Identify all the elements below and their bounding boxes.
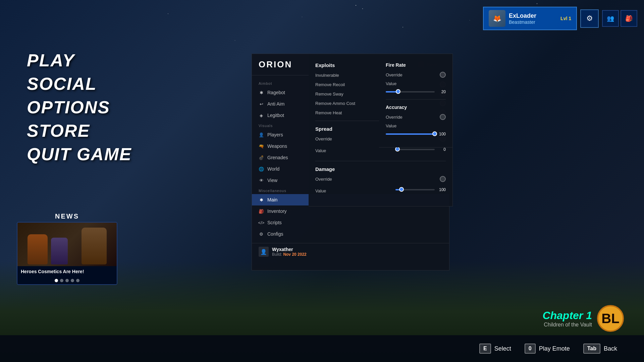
damage-slider-container: 100 bbox=[395, 187, 446, 192]
remove-ammo-cost-label: Remove Ammo Cost bbox=[315, 101, 355, 106]
player-level: Lvl 1 bbox=[560, 16, 571, 21]
configs-icon: ⚙ bbox=[259, 231, 264, 237]
dot-5[interactable] bbox=[76, 279, 79, 282]
grenades-icon: 💣 bbox=[259, 155, 264, 160]
sidebar-item-players-label: Players bbox=[267, 132, 283, 137]
accuracy-slider-container: 100 bbox=[386, 132, 446, 136]
fire-rate-slider-thumb[interactable] bbox=[396, 89, 400, 94]
left-menu: PLAY SOCIAL OPTIONS STORE QUIT GAME bbox=[27, 50, 132, 168]
weapons-icon: 🔫 bbox=[259, 143, 264, 149]
damage-value-row: Value 100 bbox=[315, 185, 446, 196]
damage-slider-track[interactable] bbox=[395, 189, 435, 190]
menu-item-store[interactable]: STORE bbox=[27, 121, 132, 141]
wyxather-info: Wyxather Build: Nov 20 2022 bbox=[272, 247, 307, 257]
inventory-sidebar-icon: 🎒 bbox=[259, 208, 264, 214]
spread-slider-thumb[interactable] bbox=[395, 147, 400, 152]
spread-slider-track[interactable] bbox=[395, 149, 435, 150]
news-title: Heroes Cosmetics Are Here! bbox=[17, 266, 117, 277]
build-date: Nov 20 2022 bbox=[283, 252, 306, 257]
dot-4[interactable] bbox=[71, 279, 74, 282]
fire-rate-override-toggle[interactable] bbox=[440, 72, 446, 78]
accuracy-slider-value: 100 bbox=[437, 132, 446, 136]
world-icon: 🌐 bbox=[259, 166, 264, 172]
select-label: Select bbox=[494, 345, 511, 352]
menu-item-quit[interactable]: QUIT GAME bbox=[27, 144, 132, 164]
fire-rate-slider-track[interactable] bbox=[386, 91, 435, 93]
inventory-icons: 👥 🎒 bbox=[602, 10, 637, 27]
settings-button[interactable]: ⚙ bbox=[580, 9, 599, 28]
spread-value-label: Value bbox=[315, 148, 326, 153]
antiaim-icon: ↩ bbox=[259, 101, 264, 107]
accuracy-override-row: Override bbox=[386, 114, 446, 120]
news-image bbox=[17, 223, 117, 266]
sidebar-item-configs[interactable]: ⚙ Configs bbox=[252, 228, 449, 240]
menu-item-play[interactable]: PLAY bbox=[27, 50, 132, 70]
build-label: Build: bbox=[272, 252, 282, 257]
dot-3[interactable] bbox=[65, 279, 69, 282]
news-panel: NEWS Heroes Cosmetics Are Here! bbox=[17, 213, 117, 285]
sidebar-item-weapons-label: Weapons bbox=[267, 143, 287, 149]
damage-override-toggle[interactable] bbox=[440, 176, 446, 182]
remove-recoil-label: Remove Recoil bbox=[315, 82, 345, 87]
sidebar-item-legitbot-label: Legitbot bbox=[267, 113, 284, 118]
accuracy-override-label: Override bbox=[386, 115, 402, 120]
players-icon-btn[interactable]: 👥 bbox=[602, 10, 619, 27]
inventory-icon-btn[interactable]: 🎒 bbox=[621, 10, 637, 27]
player-details: ExLoader Beastmaster bbox=[509, 12, 557, 25]
players-icon: 👤 bbox=[259, 132, 264, 137]
player-avatar: 🦊 bbox=[489, 10, 505, 27]
accuracy-value-label: Value bbox=[386, 123, 396, 128]
wyxather-name: Wyxather bbox=[272, 247, 307, 252]
damage-value-label: Value bbox=[315, 188, 326, 193]
dot-2[interactable] bbox=[60, 279, 63, 282]
accuracy-override-toggle[interactable] bbox=[440, 114, 446, 120]
back-label: Back bbox=[604, 345, 617, 352]
scripts-icon: </> bbox=[259, 220, 264, 225]
menu-item-options[interactable]: OPTIONS bbox=[27, 97, 132, 117]
spread-slider-value: 0 bbox=[437, 147, 446, 152]
play-emote-key: 0 bbox=[525, 344, 536, 354]
menu-item-social[interactable]: SOCIAL bbox=[27, 74, 132, 94]
fire-rate-slider-value: 20 bbox=[437, 89, 446, 94]
accuracy-slider-track[interactable] bbox=[386, 133, 435, 135]
fire-rate-value-row: Value bbox=[386, 81, 446, 86]
orion-title: ORION bbox=[259, 59, 292, 70]
fire-rate-title: Fire Rate bbox=[386, 62, 446, 68]
sidebar-item-main-label: Main bbox=[267, 197, 277, 202]
bottom-bar: E Select 0 Play Emote Tab Back bbox=[0, 335, 644, 362]
chapter-info: Chapter 1 Children of the Vault BL bbox=[542, 305, 624, 332]
player-class: Beastmaster bbox=[509, 19, 557, 25]
sidebar-item-inventory-label: Inventory bbox=[267, 208, 287, 214]
sidebar-item-inventory[interactable]: 🎒 Inventory bbox=[252, 205, 449, 217]
orion-right-panel: Fire Rate Override Value 20 Accuracy Ove… bbox=[379, 54, 453, 147]
damage-override-label: Override bbox=[315, 177, 332, 182]
sidebar-item-scripts[interactable]: </> Scripts bbox=[252, 217, 449, 228]
sidebar-item-configs-label: Configs bbox=[267, 231, 283, 237]
damage-slider-thumb[interactable] bbox=[399, 187, 404, 192]
sidebar-item-scripts-label: Scripts bbox=[267, 220, 282, 225]
chapter-text: Chapter 1 Children of the Vault bbox=[542, 309, 592, 328]
invulnerable-label: Invulnerable bbox=[315, 73, 339, 78]
news-char3 bbox=[82, 228, 107, 264]
spread-slider-container: 0 bbox=[395, 147, 446, 152]
select-key: E bbox=[479, 344, 491, 354]
back-key: Tab bbox=[583, 344, 600, 354]
dot-1[interactable] bbox=[55, 279, 58, 282]
news-card[interactable]: Heroes Cosmetics Are Here! bbox=[17, 222, 117, 285]
legitbot-icon: ◈ bbox=[259, 113, 264, 118]
player-name: ExLoader bbox=[509, 12, 557, 19]
player-info-box: 🦊 ExLoader Beastmaster Lvl 1 bbox=[483, 7, 577, 30]
right-divider-1 bbox=[386, 99, 446, 100]
accuracy-slider-thumb[interactable] bbox=[432, 131, 437, 136]
accuracy-slider-fill bbox=[386, 133, 435, 135]
main-icon: ✱ bbox=[259, 197, 264, 202]
fire-rate-override-row: Override bbox=[386, 72, 446, 78]
damage-slider-value: 100 bbox=[437, 187, 446, 192]
wyxather-icon: 👤 bbox=[259, 247, 269, 257]
play-emote-label: Play Emote bbox=[539, 345, 570, 352]
sidebar-item-antiaim-label: Anti Aim bbox=[267, 101, 284, 107]
remove-heat-label: Remove Heat bbox=[315, 110, 342, 115]
news-char2 bbox=[51, 238, 68, 264]
sidebar-item-world-label: World bbox=[267, 166, 279, 172]
fire-rate-slider-container: 20 bbox=[386, 89, 446, 94]
